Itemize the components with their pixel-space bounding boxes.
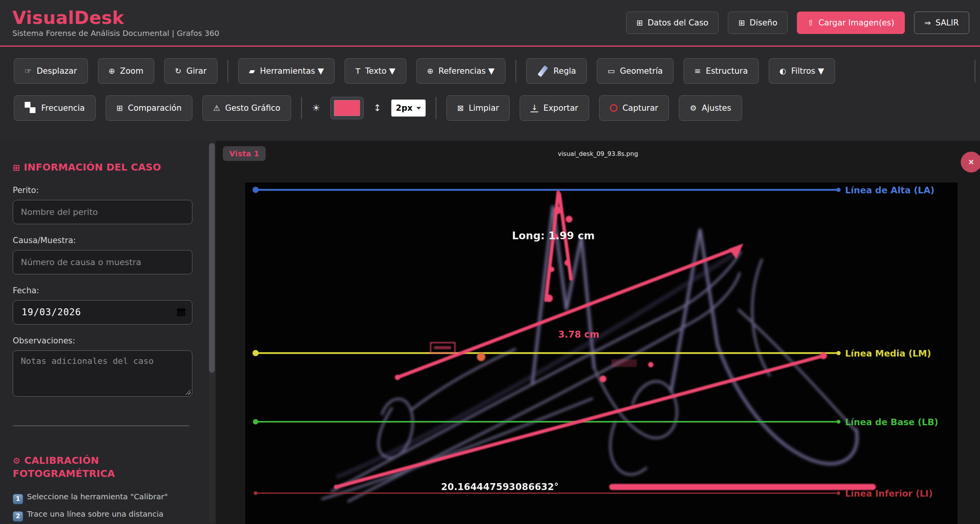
- ruler-label: Regla: [554, 66, 576, 76]
- ruler-button[interactable]: Regla: [526, 58, 587, 84]
- case-sidebar: ⊞INFORMACIÓN DEL CASO Perito: Causa/Mues…: [0, 141, 216, 524]
- image-filename: visual_desk_09_93.8s.png: [216, 150, 980, 157]
- gear-icon: ⚙: [13, 456, 20, 466]
- toolbar-separator: [975, 60, 975, 82]
- toolbar-row-2: Frecuencia ⊞ Comparación ⚠ Gesto Gráfico…: [14, 95, 966, 121]
- crosshair-icon: ⊕: [427, 67, 434, 75]
- graphic-gesture-button[interactable]: ⚠ Gesto Gráfico: [202, 95, 291, 121]
- rectangle-icon: ▭: [608, 67, 615, 75]
- filters-dropdown-button[interactable]: ◐ Filtros ▼: [769, 58, 835, 84]
- date-input[interactable]: [13, 300, 192, 325]
- toolbar-separator: [227, 60, 228, 82]
- observations-wrap: [13, 350, 192, 398]
- brightness-icon: ☀: [312, 103, 320, 113]
- capture-label: Capturar: [623, 103, 658, 113]
- calibration-title-text: CALIBRACIÓN FOTOGRAMÉTRICA: [13, 455, 115, 479]
- capture-button[interactable]: Capturar: [599, 95, 669, 121]
- pen-nib-icon: ▰: [249, 67, 255, 75]
- clear-label: Limpiar: [469, 103, 499, 113]
- rotate-icon: ↻: [175, 67, 182, 75]
- two-squares-icon: [25, 102, 36, 114]
- toolbar-row-1: ☞ Desplazar ⊕ Zoom ↻ Girar ▰ Herramienta…: [14, 58, 966, 84]
- graphic-gesture-label: Gesto Gráfico: [225, 103, 280, 113]
- brand-block: VisualDesk Sistema Forense de Análisis D…: [0, 8, 219, 38]
- frequency-button[interactable]: Frecuencia: [14, 95, 96, 121]
- stroke-width-value: 2px: [396, 103, 413, 113]
- line-media-label: Línea Media (LM): [845, 348, 931, 358]
- grid-icon: ⊞: [636, 18, 643, 27]
- calibration-title: ⚙CALIBRACIÓN FOTOGRAMÉTRICA: [13, 454, 152, 480]
- step-1-badge: 1: [13, 494, 23, 504]
- structure-button[interactable]: ≡ Estructura: [684, 58, 759, 84]
- lines-icon: ≡: [694, 67, 701, 75]
- zoom-button[interactable]: ⊕ Zoom: [98, 58, 154, 84]
- frequency-label: Frecuencia: [41, 103, 85, 113]
- half-circle-icon: ◐: [780, 67, 786, 75]
- zoom-label: Zoom: [120, 66, 143, 76]
- design-button[interactable]: ⊞ Diseño: [728, 12, 788, 34]
- observations-textarea[interactable]: [13, 350, 192, 397]
- structure-label: Estructura: [706, 66, 748, 76]
- exit-button[interactable]: ⇒ SALIR: [914, 12, 969, 34]
- comparison-button[interactable]: ⊞ Comparación: [106, 95, 192, 121]
- filters-label: Filtros ▼: [791, 66, 824, 76]
- distance-measurement-text: 3.78 cm: [558, 329, 599, 340]
- case-number-label: Causa/Muestra:: [13, 236, 193, 245]
- stroke-width-select[interactable]: 2px: [391, 100, 426, 117]
- content-area: ⊞INFORMACIÓN DEL CASO Perito: Causa/Mues…: [0, 141, 980, 524]
- tools-dropdown-button[interactable]: ▰ Herramientas ▼: [238, 58, 335, 84]
- calibration-steps: 1Seleccione la herramienta "Calibrar" 2T…: [13, 491, 193, 524]
- settings-label: Ajustes: [702, 103, 731, 113]
- case-info-title-text: INFORMACIÓN DEL CASO: [24, 162, 161, 173]
- case-data-label: Datos del Caso: [648, 18, 709, 27]
- calibration-step-1: 1Seleccione la herramienta "Calibrar": [13, 491, 182, 504]
- geometry-label: Geometría: [620, 66, 663, 76]
- line-base-label: Línea de Base (LB): [845, 417, 938, 427]
- analysis-canvas[interactable]: Línea de Alta (LA) Línea Media (LM) Líne…: [245, 183, 958, 524]
- sidebar-scrollbar-track[interactable]: [209, 142, 215, 522]
- circled-plus-icon: ⊕: [109, 67, 115, 75]
- case-number-input[interactable]: [13, 250, 192, 274]
- calendar-icon[interactable]: [176, 307, 186, 317]
- rotate-button[interactable]: ↻ Girar: [164, 58, 217, 84]
- rotate-label: Girar: [187, 66, 207, 76]
- download-icon: ↓: [530, 104, 538, 112]
- sidebar-scrollbar-thumb[interactable]: [209, 143, 215, 373]
- record-circle-icon: [610, 104, 618, 112]
- date-label: Fecha:: [13, 286, 193, 295]
- pan-button[interactable]: ☞ Desplazar: [14, 58, 88, 84]
- calibration-step-2: 2Trace una línea sobre una distancia con…: [13, 508, 182, 524]
- overlap-dot: [477, 353, 485, 361]
- close-view-button[interactable]: ×: [961, 152, 980, 172]
- warning-triangle-icon: ⚠: [213, 104, 220, 112]
- sidebar-divider: [13, 425, 189, 426]
- color-picker[interactable]: [330, 97, 364, 119]
- upload-images-button[interactable]: ⇧ Cargar Imagen(es): [797, 12, 904, 34]
- length-measurement-text: Long: 1.99 cm: [512, 230, 595, 242]
- export-button[interactable]: ↓ Exportar: [520, 95, 589, 121]
- ruler-icon: [537, 65, 548, 77]
- pan-label: Desplazar: [37, 66, 77, 76]
- case-data-button[interactable]: ⊞ Datos del Caso: [626, 12, 719, 34]
- signature-image-underlay: [338, 206, 857, 477]
- observations-label: Observaciones:: [13, 336, 193, 345]
- chevron-down-icon: [416, 107, 421, 110]
- expert-input[interactable]: [13, 200, 192, 224]
- toolbar-separator: [515, 60, 516, 82]
- exit-arrow-icon: ⇒: [924, 18, 931, 27]
- step-2-badge: 2: [13, 511, 23, 522]
- app-title: VisualDesk: [12, 8, 219, 28]
- header-actions: ⊞ Datos del Caso ⊞ Diseño ⇧ Cargar Image…: [626, 12, 969, 34]
- color-swatch: [334, 100, 360, 116]
- settings-button[interactable]: ⚙ Ajustes: [679, 95, 742, 121]
- export-label: Exportar: [543, 103, 578, 113]
- step-1-text: Seleccione la herramienta "Calibrar": [27, 492, 168, 501]
- angle-measurement-text: 20.164447593086632°: [441, 482, 559, 492]
- references-dropdown-button[interactable]: ⊕ Referencias ▼: [416, 58, 505, 84]
- comparison-label: Comparación: [128, 103, 182, 113]
- text-dropdown-button[interactable]: T Texto ▼: [345, 58, 406, 84]
- clear-button[interactable]: ⊠ Limpiar: [446, 95, 510, 121]
- toolbar-separator: [436, 97, 436, 119]
- exit-label: SALIR: [935, 18, 959, 27]
- geometry-button[interactable]: ▭ Geometría: [597, 58, 674, 84]
